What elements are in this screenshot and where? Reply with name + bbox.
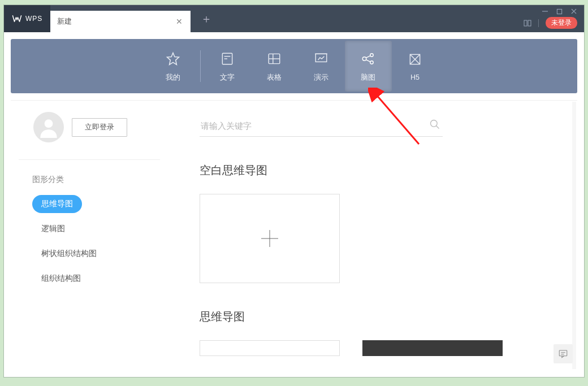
svg-rect-1 [557,9,561,14]
svg-point-23 [431,120,438,127]
search-wrap [200,118,443,137]
section-title-mindmap: 思维导图 [200,309,577,324]
catbar-label: 脑图 [361,73,375,83]
catbar-item-presentation[interactable]: 演示 [298,41,345,92]
template-thumb-light[interactable] [200,340,340,356]
svg-line-17 [366,55,370,58]
svg-rect-4 [524,20,527,26]
avatar[interactable] [33,112,64,142]
svg-rect-12 [315,54,327,62]
user-row: 立即登录 [19,112,160,160]
content-area: 我的 文字 表格 演示 [4,32,584,377]
maximize-icon[interactable] [556,8,563,15]
sidebar-item-mindmap[interactable]: 思维导图 [32,195,82,213]
svg-point-22 [45,119,53,128]
catbar-label: 文字 [220,73,235,83]
title-divider [538,19,539,27]
sidebar: 立即登录 图形分类 思维导图 逻辑图 树状组织结构图 组织结构图 [11,100,171,370]
login-status-pill[interactable]: 未登录 [546,17,577,29]
svg-line-18 [366,59,370,62]
sidebar-category-list: 思维导图 逻辑图 树状组织结构图 组织结构图 [11,195,171,288]
blank-mindmap-card[interactable] [200,194,340,283]
catbar-item-my[interactable]: 我的 [150,41,197,92]
document-icon [219,50,236,67]
mindmap-icon [360,50,377,67]
star-icon [165,50,181,67]
catbar-label: 我的 [166,73,180,83]
section-title-blank: 空白思维导图 [200,163,577,178]
svg-point-16 [370,60,373,63]
presentation-icon [313,50,330,67]
feedback-button[interactable] [554,344,573,363]
svg-rect-5 [528,20,531,26]
svg-point-15 [370,53,373,56]
search-icon[interactable] [429,119,440,132]
spreadsheet-icon [266,50,283,67]
feedback-icon [558,349,568,359]
layout-toggle-icon[interactable] [524,19,531,27]
window-controls [542,5,584,16]
catbar-item-mindmap[interactable]: 脑图 [345,41,392,92]
title-bar-right: 未登录 [524,17,584,29]
title-bar: WPS 新建 ✕ ＋ 未登录 [4,5,584,32]
wps-brand-tab[interactable]: WPS [4,5,50,32]
main-panel: 空白思维导图 思维导图 [171,100,577,370]
catbar-item-doc[interactable]: 文字 [204,41,251,92]
catbar-label: 演示 [314,73,328,83]
sidebar-category-header: 图形分类 [11,175,171,195]
app-window: WPS 新建 ✕ ＋ 未登录 [3,5,585,378]
catbar-item-h5[interactable]: H5 [392,41,439,92]
document-tab-label: 新建 [57,16,72,27]
close-tab-icon[interactable]: ✕ [175,17,184,26]
template-row [200,340,577,356]
login-now-button[interactable]: 立即登录 [72,118,127,137]
search-input[interactable] [200,118,443,137]
svg-line-24 [436,126,439,129]
svg-rect-27 [559,350,567,356]
sidebar-item-logic[interactable]: 逻辑图 [32,220,74,238]
catbar-item-sheet[interactable]: 表格 [251,41,298,92]
plus-icon [260,229,279,248]
category-bar: 我的 文字 表格 演示 [11,39,577,93]
wps-logo-icon [12,15,22,23]
user-silhouette-icon [37,115,60,139]
wps-brand-label: WPS [25,15,42,23]
catbar-label: H5 [410,73,420,81]
sidebar-item-org[interactable]: 组织结构图 [32,270,90,288]
new-tab-button[interactable]: ＋ [200,12,213,25]
h5-icon [407,51,423,68]
minimize-icon[interactable] [542,8,548,15]
close-window-icon[interactable] [570,8,577,15]
document-tab-active[interactable]: 新建 ✕ [50,11,191,32]
scrollbar[interactable] [572,102,576,369]
template-thumb-dark[interactable] [362,340,503,356]
sidebar-item-tree-org[interactable]: 树状组织结构图 [32,245,106,263]
cat-divider [200,50,201,82]
svg-point-14 [362,57,366,60]
catbar-label: 表格 [267,73,282,83]
main-split: 立即登录 图形分类 思维导图 逻辑图 树状组织结构图 组织结构图 [11,100,577,370]
